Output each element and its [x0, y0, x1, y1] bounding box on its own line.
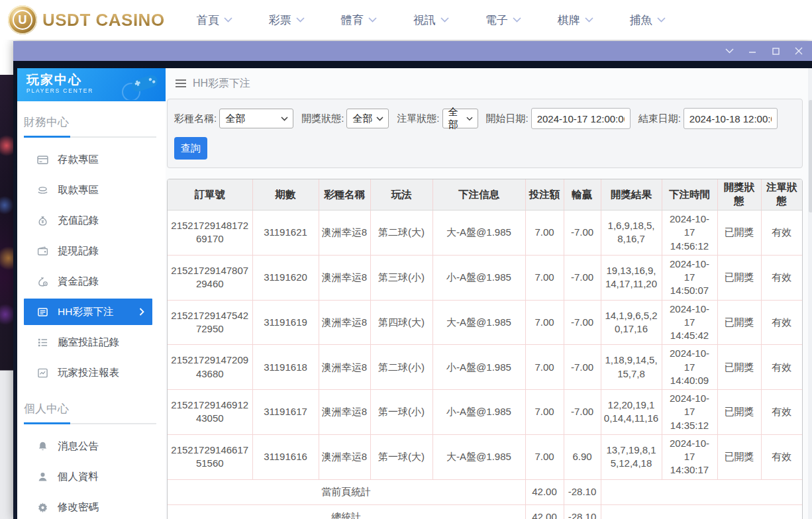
end-date-input[interactable] [684, 108, 778, 129]
table-row: 215217291481726917031191621澳洲幸运8第二球(大)大-… [168, 211, 802, 256]
window-collapse-button[interactable] [725, 46, 734, 56]
cell-draw_result: 14,1,9,6,5,20,17,16 [601, 300, 662, 345]
start-date-input[interactable] [531, 108, 631, 129]
cell-lottery_name: 澳洲幸运8 [319, 390, 370, 435]
sidebar-item-room-bet-records[interactable]: 廳室投註記錄 [17, 327, 166, 357]
sidebar-item-recharge-records[interactable]: 充值記錄 [17, 205, 166, 236]
logo-coin-icon: U [8, 5, 37, 34]
cell-bet_time: 2024-10-17 14:35:12 [662, 390, 717, 435]
topnav-item-slots[interactable]: 電子 [485, 13, 521, 28]
page-summary-label: 當前頁統計 [168, 479, 525, 504]
cell-win_loss: -7.00 [564, 300, 601, 345]
sidebar-item-profile[interactable]: 個人資料 [17, 461, 166, 492]
sidebar-section-title: 個人中心 [17, 388, 166, 423]
minimize-icon [748, 47, 756, 55]
cell-bet_time: 2024-10-17 14:56:12 [662, 211, 717, 256]
window-close-button[interactable] [794, 46, 803, 56]
search-button[interactable]: 查詢 [174, 137, 207, 160]
topnav-item-label: 棋牌 [558, 13, 580, 28]
main-content: HH彩票下注 彩種名稱: 全部 開獎狀態: 全部 [166, 68, 812, 519]
sidebar-item-withdraw-area[interactable]: 取款專區 [17, 175, 166, 205]
cell-bet_time: 2024-10-17 14:40:09 [662, 345, 717, 390]
usdt-casino-logo[interactable]: U USDT CASINO [8, 5, 165, 34]
logo-text: USDT CASINO [42, 10, 165, 30]
gamepad-icon [121, 70, 162, 100]
cell-draw_result: 1,18,9,14,5,15,7,8 [601, 345, 662, 390]
lottery-select[interactable]: 全部 [219, 109, 293, 128]
sidebar-item-announcements[interactable]: 消息公告 [17, 431, 166, 461]
col-header-lottery_name: 彩種名稱 [319, 179, 370, 211]
chevron-down-icon [376, 117, 383, 121]
sidebar-item-withdrawal-records[interactable]: 提現記錄 [17, 236, 166, 266]
bets-table: 訂單號期數彩種名稱玩法下注信息投注額輸贏開獎結果下注時間開獎狀態注單狀態 215… [168, 179, 802, 519]
draw-status-select[interactable]: 全部 [346, 109, 389, 128]
sidebar-item-funds-records[interactable]: 資金記錄 [17, 266, 166, 297]
sidebar-item-label: 個人資料 [58, 470, 99, 484]
section-divider [24, 136, 156, 138]
funds-bag-icon [37, 276, 48, 287]
order-status-select-value: 全部 [448, 106, 466, 131]
topnav-item-sports[interactable]: 體育 [341, 13, 377, 28]
cell-play_type: 第一球(大) [370, 434, 432, 479]
cell-order_no: 2152172914817269170 [168, 211, 252, 256]
chevron-down-icon [725, 48, 734, 54]
sidebar-item-deposit-area[interactable]: 存款專區 [17, 144, 166, 175]
page-summary-win-loss: -28.10 [564, 479, 601, 504]
draw-status-select-label: 開獎狀態: [301, 113, 344, 125]
sidebar-item-label: 存款專區 [58, 153, 99, 167]
window-maximize-button[interactable] [771, 46, 780, 56]
scrollbar-thumb[interactable] [809, 100, 812, 212]
filter-panel: 彩種名稱: 全部 開獎狀態: 全部 注單狀態: 全部 [167, 99, 803, 168]
player-center-window: 玩家中心 PLAYERS CENTER 財務中心 存款專區 取款專區 [13, 41, 812, 519]
topnav-item-label: 視訊 [413, 13, 436, 28]
gear-icon [37, 502, 48, 513]
cell-lottery_name: 澳洲幸运8 [319, 255, 370, 300]
cell-bet_info: 小-A盤@1.985 [432, 390, 525, 435]
cell-period: 31191621 [252, 211, 319, 256]
page-title: HH彩票下注 [193, 77, 250, 91]
cell-bet_time: 2024-10-17 14:45:42 [662, 300, 717, 345]
order-status-select-label: 注單狀態: [397, 113, 439, 125]
window-titlebar[interactable] [13, 41, 812, 61]
scrollbar-track[interactable] [808, 68, 812, 519]
cell-draw_status: 已開獎 [717, 390, 761, 435]
topnav-item-label: 電子 [485, 13, 508, 28]
cell-draw_status: 已開獎 [717, 434, 761, 479]
lottery-select-value: 全部 [225, 113, 245, 125]
page-summary-row: 當前頁統計 42.00 -28.10 [168, 479, 802, 504]
topnav-item-fishing[interactable]: 捕魚 [630, 13, 666, 28]
sidebar-item-player-bet-report[interactable]: 玩家投注報表 [17, 357, 166, 388]
topnav-item-label: 捕魚 [630, 13, 652, 28]
col-header-bet_time: 下注時間 [662, 179, 717, 211]
col-header-period: 期數 [252, 179, 319, 211]
section-divider [24, 423, 156, 424]
col-header-draw_result: 開獎結果 [601, 179, 662, 211]
sidebar-item-change-password[interactable]: 修改密碼 [17, 492, 166, 519]
cell-draw_status: 已開獎 [717, 345, 761, 390]
cell-draw_status: 已開獎 [717, 300, 761, 345]
cell-draw_status: 已開獎 [717, 255, 761, 300]
topnav-item-video[interactable]: 視訊 [413, 13, 449, 28]
topnav-item-label: 彩票 [269, 13, 291, 28]
topnav-item-label: 體育 [341, 13, 364, 28]
topnav-item-cards[interactable]: 棋牌 [558, 13, 593, 28]
start-date-label: 開始日期: [486, 113, 529, 125]
topnav-item-lottery[interactable]: 彩票 [269, 13, 305, 28]
sidebar-header: 玩家中心 PLAYERS CENTER [17, 68, 166, 101]
cell-lottery_name: 澳洲幸运8 [319, 300, 370, 345]
end-date-label: 結束日期: [638, 113, 681, 125]
menu-toggle-icon[interactable] [175, 79, 187, 88]
total-summary-win-loss: -28.10 [564, 504, 601, 519]
topnav-item-home[interactable]: 首頁 [197, 13, 232, 28]
sidebar-item-hh-lottery-bets[interactable]: HH彩票下注 [24, 299, 152, 325]
bell-icon [37, 441, 48, 452]
chevron-down-icon [368, 17, 377, 23]
table-header-row: 訂單號期數彩種名稱玩法下注信息投注額輸贏開獎結果下注時間開獎狀態注單狀態 [168, 179, 802, 211]
order-status-select[interactable]: 全部 [442, 109, 478, 128]
breadcrumb: HH彩票下注 [167, 68, 803, 99]
recharge-bag-icon [37, 215, 48, 226]
sidebar-menu: 財務中心 存款專區 取款專區 充值記錄 提現記錄 資金記錄 HH彩票下注 廳室投… [17, 101, 166, 519]
col-header-win_loss: 輸贏 [564, 179, 601, 211]
cell-win_loss: -7.00 [564, 345, 601, 390]
window-minimize-button[interactable] [748, 46, 757, 56]
